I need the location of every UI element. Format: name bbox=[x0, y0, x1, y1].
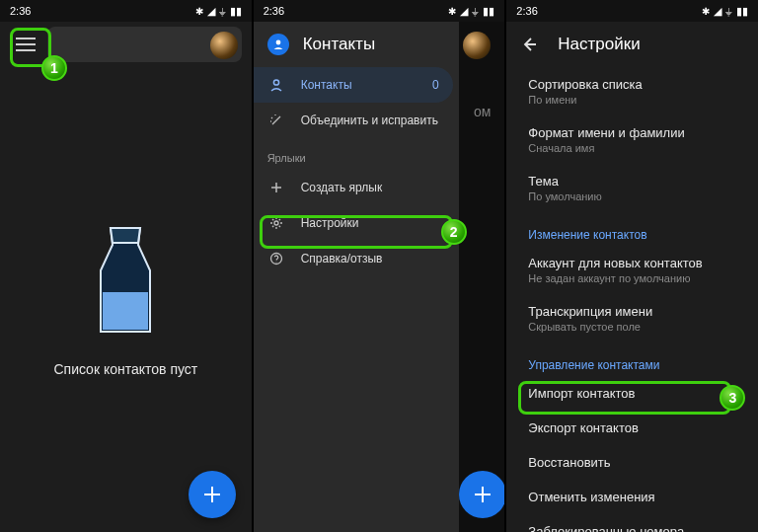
empty-state-text: Список контактов пуст bbox=[53, 361, 197, 377]
back-arrow-icon[interactable] bbox=[520, 36, 540, 53]
drawer-item-label: Создать ярлык bbox=[301, 181, 383, 194]
topbar bbox=[0, 22, 252, 67]
status-bar: 2:36 ✱ ◢ ⏚ ▮▮ bbox=[506, 0, 758, 22]
bg-partial-text: ом bbox=[474, 104, 491, 119]
setting-title: Аккаунт для новых контактов bbox=[528, 256, 740, 270]
phone-screen-2: 2:36 ✱ ◢ ⏚ ▮▮ ом Контакты Контакты 0 bbox=[254, 0, 505, 532]
wifi-icon: ⏚ bbox=[472, 5, 479, 17]
status-time: 2:36 bbox=[516, 5, 537, 17]
svg-point-3 bbox=[270, 254, 281, 265]
bluetooth-icon: ✱ bbox=[448, 6, 456, 17]
settings-row-sort[interactable]: Сортировка списка По имени bbox=[506, 67, 758, 115]
fab-add-contact[interactable] bbox=[189, 471, 236, 518]
drawer-header: Контакты bbox=[254, 22, 459, 67]
settings-row-export[interactable]: Экспорт контактов bbox=[506, 411, 758, 445]
settings-topbar: Настройки bbox=[506, 22, 758, 67]
step-badge-2: 2 bbox=[441, 219, 467, 245]
battery-icon: ▮▮ bbox=[483, 5, 494, 18]
setting-title: Тема bbox=[528, 174, 740, 189]
hamburger-menu-icon[interactable] bbox=[10, 29, 41, 60]
drawer-item-settings[interactable]: Настройки bbox=[254, 205, 459, 241]
drawer-item-label: Настройки bbox=[301, 216, 359, 230]
fab-add-contact[interactable] bbox=[459, 471, 504, 518]
drawer-item-create-label[interactable]: Создать ярлык bbox=[254, 170, 459, 205]
settings-list[interactable]: Сортировка списка По имени Формат имени … bbox=[506, 67, 758, 532]
bluetooth-icon: ✱ bbox=[702, 6, 710, 17]
drawer-item-label: Справка/отзыв bbox=[301, 252, 383, 266]
bluetooth-icon: ✱ bbox=[195, 6, 203, 17]
settings-section-manage: Управление контактами bbox=[506, 342, 758, 376]
contacts-count: 0 bbox=[432, 78, 439, 92]
settings-row-undo[interactable]: Отменить изменения bbox=[506, 480, 758, 514]
drawer-item-contacts[interactable]: Контакты 0 bbox=[254, 67, 453, 103]
settings-row-default-account[interactable]: Аккаунт для новых контактов Не задан акк… bbox=[506, 246, 758, 294]
wand-icon bbox=[267, 114, 285, 127]
setting-title: Формат имени и фамилии bbox=[528, 125, 740, 140]
status-bar: 2:36 ✱ ◢ ⏚ ▮▮ bbox=[0, 0, 252, 22]
settings-row-nameformat[interactable]: Формат имени и фамилии Сначала имя bbox=[506, 115, 758, 164]
setting-title: Экспорт контактов bbox=[528, 420, 740, 435]
setting-title: Восстановить bbox=[528, 455, 740, 470]
gear-icon bbox=[267, 216, 285, 230]
drawer-item-label: Контакты bbox=[301, 78, 352, 92]
battery-icon: ▮▮ bbox=[230, 5, 242, 18]
status-time: 2:36 bbox=[264, 5, 284, 17]
nav-drawer: Контакты Контакты 0 Объединить и исправи… bbox=[254, 22, 459, 532]
signal-icon: ◢ bbox=[207, 5, 215, 18]
empty-jar-icon bbox=[81, 223, 170, 342]
contacts-app-icon bbox=[267, 34, 289, 55]
phone-screen-3: 2:36 ✱ ◢ ⏚ ▮▮ Настройки Сортировка списк… bbox=[506, 0, 758, 532]
setting-title: Сортировка списка bbox=[528, 77, 740, 92]
settings-section-edit: Изменение контактов bbox=[506, 212, 758, 246]
setting-sub: Сначала имя bbox=[528, 142, 740, 154]
settings-title: Настройки bbox=[558, 35, 640, 54]
setting-sub: По умолчанию bbox=[528, 190, 740, 202]
setting-sub: Скрывать пустое поле bbox=[528, 321, 740, 333]
settings-row-transcription[interactable]: Транскрипция имени Скрывать пустое поле bbox=[506, 294, 758, 342]
drawer-section-labels: Ярлыки bbox=[254, 138, 459, 170]
setting-sub: Не задан аккаунт по умолчанию bbox=[528, 272, 740, 284]
battery-icon: ▮▮ bbox=[736, 5, 748, 18]
status-time: 2:36 bbox=[10, 5, 31, 17]
help-icon bbox=[267, 252, 285, 266]
svg-point-0 bbox=[275, 40, 280, 45]
drawer-item-label: Объединить и исправить bbox=[301, 114, 438, 127]
step-badge-1: 1 bbox=[41, 55, 67, 81]
status-bar: 2:36 ✱ ◢ ⏚ ▮▮ bbox=[254, 0, 505, 22]
signal-icon: ◢ bbox=[714, 5, 721, 18]
plus-icon bbox=[267, 181, 285, 194]
setting-title: Импорт контактов bbox=[528, 386, 740, 401]
wifi-icon: ⏚ bbox=[725, 5, 732, 17]
wifi-icon: ⏚ bbox=[219, 5, 226, 17]
signal-icon: ◢ bbox=[460, 5, 468, 18]
svg-point-2 bbox=[274, 221, 278, 225]
drawer-title: Контакты bbox=[303, 35, 375, 54]
setting-title: Отменить изменения bbox=[528, 490, 740, 504]
empty-state: Список контактов пуст bbox=[0, 67, 252, 532]
person-icon bbox=[267, 78, 285, 92]
settings-row-restore[interactable]: Восстановить bbox=[506, 445, 758, 480]
settings-row-blocked[interactable]: Заблокированные номера bbox=[506, 514, 758, 532]
drawer-item-help[interactable]: Справка/отзыв bbox=[254, 241, 459, 276]
setting-title: Транскрипция имени bbox=[528, 304, 740, 319]
drawer-item-merge[interactable]: Объединить и исправить bbox=[254, 103, 459, 138]
svg-point-1 bbox=[273, 80, 278, 85]
setting-sub: По имени bbox=[528, 94, 740, 106]
settings-row-theme[interactable]: Тема По умолчанию bbox=[506, 164, 758, 212]
phone-screen-1: 2:36 ✱ ◢ ⏚ ▮▮ 1 Список контактов пуст bbox=[0, 0, 252, 532]
avatar[interactable] bbox=[210, 32, 238, 59]
setting-title: Заблокированные номера bbox=[528, 524, 740, 532]
